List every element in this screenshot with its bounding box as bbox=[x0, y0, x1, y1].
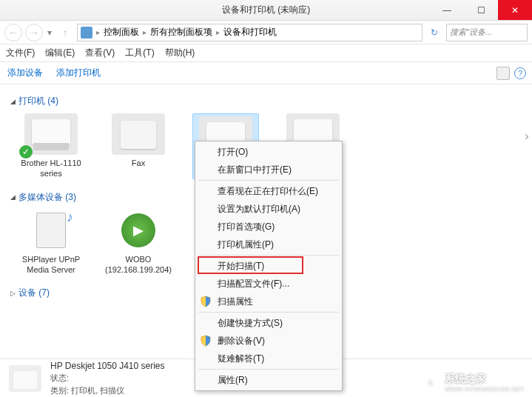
menu-item[interactable]: 打印机属性(P) bbox=[195, 236, 342, 253]
section-title: 打印机 (4) bbox=[18, 95, 58, 107]
history-dropdown-icon[interactable]: ▾ bbox=[46, 27, 53, 38]
search-input[interactable]: 搜索"设备... bbox=[446, 24, 528, 41]
search-placeholder: 搜索"设备... bbox=[450, 27, 492, 38]
titlebar: 设备和打印机 (未响应) — ☐ ✕ bbox=[0, 0, 532, 21]
menu-separator bbox=[198, 180, 339, 181]
scroll-right-button[interactable]: › bbox=[522, 114, 532, 159]
navbar: ← → ▾ ↑ ▸ 控制面板 ▸ 所有控制面板项 ▸ 设备和打印机 ↻ 搜索"设… bbox=[0, 21, 532, 44]
menu-item-label: 打印机属性(P) bbox=[218, 238, 274, 251]
device-label: Brother HL-1110 series bbox=[18, 158, 84, 179]
chevron-right-icon: ▸ bbox=[141, 28, 149, 36]
window-title: 设备和打印机 (未响应) bbox=[222, 4, 310, 16]
uac-shield-icon bbox=[200, 335, 212, 347]
back-button[interactable]: ← bbox=[4, 24, 22, 41]
menu-item[interactable]: 扫描配置文件(F)... bbox=[195, 275, 342, 293]
device-label: Fax bbox=[105, 158, 172, 168]
chevron-right-icon: ▸ bbox=[214, 28, 222, 36]
menubar: 文件(F) 编辑(E) 查看(V) 工具(T) 帮助(H) bbox=[0, 44, 532, 62]
maximize-button[interactable]: ☐ bbox=[464, 0, 498, 20]
chevron-right-icon: ▸ bbox=[94, 28, 102, 36]
menu-item[interactable]: 扫描属性 bbox=[195, 293, 342, 310]
menu-item-label: 打印首选项(G) bbox=[218, 221, 275, 233]
menu-file[interactable]: 文件(F) bbox=[6, 47, 35, 59]
status-category-value: 打印机, 扫描仪 bbox=[71, 386, 124, 395]
crumb-3[interactable]: 设备和打印机 bbox=[223, 26, 277, 39]
view-options-button[interactable] bbox=[496, 67, 510, 80]
menu-item[interactable]: 在新窗口中打开(E) bbox=[195, 161, 342, 179]
fax-icon bbox=[112, 113, 165, 155]
device-brother-printer[interactable]: ✓ Brother HL-1110 series bbox=[18, 113, 84, 179]
menu-help[interactable]: 帮助(H) bbox=[165, 47, 195, 59]
menu-item-label: 创建快捷方式(S) bbox=[218, 317, 283, 330]
printer-icon bbox=[24, 113, 78, 155]
command-bar: 添加设备 添加打印机 ? bbox=[0, 62, 532, 84]
menu-item[interactable]: 打印首选项(G) bbox=[195, 218, 342, 236]
menu-item-label: 属性(R) bbox=[218, 374, 248, 387]
add-device-button[interactable]: 添加设备 bbox=[7, 67, 43, 79]
close-button[interactable]: ✕ bbox=[498, 0, 532, 20]
section-title: 设备 (7) bbox=[18, 287, 50, 299]
menu-separator bbox=[198, 312, 339, 313]
device-shplayer[interactable]: ♪ SHPlayer UPnP Media Server bbox=[18, 210, 84, 276]
status-category-label: 类别: bbox=[50, 386, 69, 395]
menu-item[interactable]: 设置为默认打印机(A) bbox=[195, 200, 342, 218]
menu-item-label: 打开(O) bbox=[218, 146, 248, 159]
status-device-icon bbox=[9, 365, 41, 392]
expand-icon: ▷ bbox=[10, 290, 16, 297]
menu-item-label: 删除设备(V) bbox=[218, 335, 265, 347]
collapse-icon: ◢ bbox=[10, 193, 16, 201]
refresh-button[interactable]: ↻ bbox=[425, 24, 443, 41]
menu-separator bbox=[198, 369, 339, 370]
up-button[interactable]: ↑ bbox=[56, 24, 74, 41]
breadcrumb[interactable]: ▸ 控制面板 ▸ 所有控制面板项 ▸ 设备和打印机 bbox=[77, 24, 422, 41]
menu-item-label: 开始扫描(T) bbox=[218, 260, 264, 273]
location-icon bbox=[81, 27, 92, 39]
media-server-icon: ♪ bbox=[24, 210, 78, 251]
default-check-icon: ✓ bbox=[19, 145, 33, 159]
device-label: WOBO (192.168.199.204) bbox=[105, 254, 172, 276]
minimize-button[interactable]: — bbox=[430, 0, 464, 20]
menu-item-label: 在新窗口中打开(E) bbox=[218, 164, 292, 176]
section-title: 多媒体设备 (3) bbox=[18, 191, 76, 204]
window-buttons: — ☐ ✕ bbox=[430, 0, 532, 20]
status-state-label: 状态: bbox=[50, 373, 69, 382]
menu-separator bbox=[198, 255, 339, 256]
menu-edit[interactable]: 编辑(E) bbox=[45, 47, 75, 59]
context-menu: 打开(O)在新窗口中打开(E)查看现在正在打印什么(E)设置为默认打印机(A)打… bbox=[195, 141, 343, 391]
device-wobo[interactable]: ▶ WOBO (192.168.199.204) bbox=[105, 210, 172, 276]
crumb-2[interactable]: 所有控制面板项 bbox=[150, 26, 212, 39]
menu-item[interactable]: 创建快捷方式(S) bbox=[195, 314, 342, 332]
forward-button[interactable]: → bbox=[25, 24, 43, 41]
menu-item[interactable]: 打开(O) bbox=[195, 143, 342, 161]
device-label: SHPlayer UPnP Media Server bbox=[18, 254, 84, 276]
menu-view[interactable]: 查看(V) bbox=[85, 47, 115, 59]
help-icon[interactable]: ? bbox=[514, 67, 526, 79]
play-device-icon: ▶ bbox=[112, 210, 165, 251]
section-printers[interactable]: ◢ 打印机 (4) bbox=[10, 95, 522, 107]
menu-item[interactable]: 属性(R) bbox=[195, 371, 342, 389]
menu-item[interactable]: 疑难解答(T) bbox=[195, 350, 342, 367]
menu-item-label: 设置为默认打印机(A) bbox=[218, 203, 300, 216]
menu-item-label: 扫描属性 bbox=[218, 296, 253, 308]
menu-item[interactable]: 查看现在正在打印什么(E) bbox=[195, 182, 342, 200]
add-printer-button[interactable]: 添加打印机 bbox=[56, 67, 101, 79]
crumb-1[interactable]: 控制面板 bbox=[104, 26, 139, 39]
menu-item[interactable]: 开始扫描(T) bbox=[195, 257, 342, 275]
menu-tools[interactable]: 工具(T) bbox=[125, 47, 154, 59]
collapse-icon: ◢ bbox=[10, 98, 16, 105]
uac-shield-icon bbox=[200, 296, 212, 307]
device-fax[interactable]: Fax bbox=[105, 113, 172, 179]
menu-item-label: 扫描配置文件(F)... bbox=[218, 278, 289, 290]
menu-item-label: 查看现在正在打印什么(E) bbox=[218, 185, 318, 198]
menu-item-label: 疑难解答(T) bbox=[218, 353, 264, 365]
menu-item[interactable]: 删除设备(V) bbox=[195, 332, 342, 350]
